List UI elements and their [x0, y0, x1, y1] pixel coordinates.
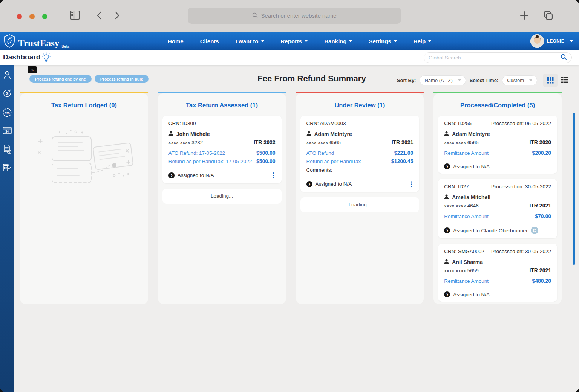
- sort-by-label: Sort By:: [397, 78, 416, 83]
- process-refund-one-by-one-button[interactable]: Process refund one by one: [29, 75, 92, 83]
- refund-line-amount: $500.00: [256, 158, 276, 164]
- browser-sidebar-icon[interactable]: [69, 10, 81, 22]
- assignee-avatar-badge: C: [531, 227, 538, 234]
- browser-search-bar[interactable]: Search or enter website name: [188, 8, 401, 24]
- column-title: Tax Return Assessed (1): [158, 93, 286, 116]
- nav-item-reports[interactable]: Reports: [281, 38, 308, 44]
- page-header-bar: Dashboard: [0, 50, 579, 65]
- assigned-to: Assigned to N/A: [453, 164, 490, 169]
- nav-item-banking[interactable]: Banking: [324, 38, 352, 44]
- global-search: [424, 52, 572, 63]
- close-window-button[interactable]: [17, 14, 22, 19]
- client-name: Amelia Mitchell: [452, 194, 490, 200]
- zoom-window-button[interactable]: [42, 14, 47, 19]
- view-toggle: [543, 74, 572, 87]
- refund-card[interactable]: CRN: SMGA0002 Processed on: 30-05-2022 A…: [438, 244, 557, 302]
- assigned-to: Assigned to N/A: [178, 172, 214, 178]
- forward-icon[interactable]: [113, 10, 121, 23]
- clients-person-icon[interactable]: [0, 70, 14, 80]
- payment-window-icon[interactable]: $¢: [0, 126, 14, 135]
- column-accent-bar: [433, 92, 562, 93]
- svg-text:$¢: $¢: [5, 130, 9, 133]
- masked-account: xxxx xxxx 4646: [444, 203, 479, 209]
- person-icon: [168, 131, 173, 137]
- card-menu-icon[interactable]: [271, 172, 276, 179]
- browser-chrome: Search or enter website name: [0, 0, 579, 32]
- nav-item-i-want-to[interactable]: I want to: [236, 38, 264, 44]
- client-name: Adam McIntyre: [314, 131, 352, 137]
- loading-card: Loading...: [162, 189, 282, 204]
- column-accent-bar: [296, 92, 424, 93]
- ato-icon[interactable]: ato: [0, 108, 14, 117]
- sort-by-select[interactable]: Name (A - Z): [420, 75, 466, 85]
- browser-window: Search or enter website name TrustEasy B…: [0, 0, 579, 392]
- refund-line-label: Remittance Amount: [444, 214, 489, 219]
- list-view-button[interactable]: [558, 74, 572, 87]
- chevron-down-icon: [394, 40, 397, 44]
- brand-logo[interactable]: TrustEasy Beta: [3, 34, 69, 50]
- card-crn: CRN: ID27: [444, 184, 469, 189]
- masked-account: xxxx xxxx 5659: [444, 268, 479, 273]
- refund-line-label: Refund as per HandiTax: 17-05-2022: [168, 159, 252, 164]
- select-time-select[interactable]: Custom: [502, 75, 537, 85]
- refund-line-amount: $200.20: [532, 150, 551, 156]
- itr-year: ITR 2020: [529, 139, 551, 145]
- document-download-icon[interactable]: [0, 144, 14, 154]
- nav-item-clients[interactable]: Clients: [200, 38, 219, 44]
- refund-card[interactable]: CRN: ID300 John Michele xxxx xxxx 3232 I…: [162, 116, 282, 183]
- grid-view-button[interactable]: [543, 74, 558, 87]
- column-tax-return-lodged: Tax Return Lodged (0): [20, 92, 148, 304]
- nav-item-settings[interactable]: Settings: [369, 38, 397, 44]
- user-menu[interactable]: LEONIE: [530, 32, 573, 50]
- column-title: Processed/Completed (5): [433, 93, 562, 116]
- refund-dollar-icon[interactable]: $: [0, 89, 14, 98]
- new-tab-icon[interactable]: [519, 10, 530, 23]
- column-accent-bar: [20, 92, 148, 93]
- person-icon: [444, 259, 449, 265]
- column-scrollbar[interactable]: [573, 113, 575, 265]
- itr-year: ITR 2021: [392, 139, 414, 145]
- select-time-label: Select Time:: [470, 78, 498, 83]
- board-controls: Sort By: Name (A - Z) Select Time: Custo…: [397, 74, 572, 87]
- minimize-window-button[interactable]: [29, 14, 35, 19]
- person-icon: [306, 131, 311, 137]
- global-search-input[interactable]: [429, 55, 561, 61]
- search-icon: [252, 12, 258, 19]
- card-divider: [444, 288, 551, 288]
- refund-line-label: ATO Refund: 17-05-2022: [168, 150, 225, 156]
- assigned-to: Assigned to N/A: [453, 292, 490, 297]
- search-icon[interactable]: [561, 54, 567, 62]
- card-crn: CRN: SMGA0002: [444, 249, 484, 254]
- refund-card[interactable]: CRN: ID27 Processed on: 30-05-2022 Ameli…: [438, 179, 557, 238]
- client-name: Adam McIntyre: [452, 131, 490, 137]
- hint-bulb-icon[interactable]: [41, 52, 51, 64]
- refund-card[interactable]: CRN: ID255 Processed on: 06-05-2022 Adam…: [438, 116, 557, 174]
- column-tax-return-assessed: Tax Return Assessed (1) CRN: ID300 John …: [158, 92, 286, 304]
- app-navbar: TrustEasy Beta Home Clients I want to Re…: [0, 32, 579, 50]
- refund-line-label: Remittance Amount: [444, 150, 489, 156]
- processed-on: Processed on: 06-05-2022: [491, 120, 551, 126]
- calculator-report-icon[interactable]: [0, 163, 14, 172]
- svg-text:$: $: [6, 91, 8, 96]
- person-icon: [444, 131, 449, 137]
- refund-line-label: Refund as per HandiTax: [306, 159, 361, 164]
- loading-card: Loading...: [300, 197, 420, 212]
- refund-card[interactable]: CRN: ADAM0003 Adam McIntyre xxxx xxxx 65…: [300, 116, 420, 192]
- sidebar-expand-icon[interactable]: »: [28, 66, 37, 73]
- processed-on: Processed on: 30-05-2022: [491, 184, 551, 189]
- nav-item-home[interactable]: Home: [168, 38, 184, 44]
- card-divider: [444, 160, 551, 160]
- chevron-down-icon: [349, 40, 352, 44]
- refund-line-amount: $500.00: [256, 150, 276, 156]
- card-menu-icon[interactable]: [409, 180, 414, 188]
- nav-menu: Home Clients I want to Reports Banking S…: [168, 32, 431, 50]
- masked-account: xxxx xxxx 3232: [168, 140, 203, 145]
- refund-line-amount: $221.00: [394, 150, 414, 156]
- assigned-to: Assigned to N/A: [316, 181, 352, 187]
- process-refund-in-bulk-button[interactable]: Process refund in bulk: [95, 75, 149, 83]
- page-title: Dashboard: [3, 53, 40, 61]
- nav-item-help[interactable]: Help: [414, 38, 432, 44]
- back-icon[interactable]: [95, 10, 103, 23]
- column-title: Tax Return Lodged (0): [20, 93, 148, 116]
- tab-overview-icon[interactable]: [542, 10, 554, 23]
